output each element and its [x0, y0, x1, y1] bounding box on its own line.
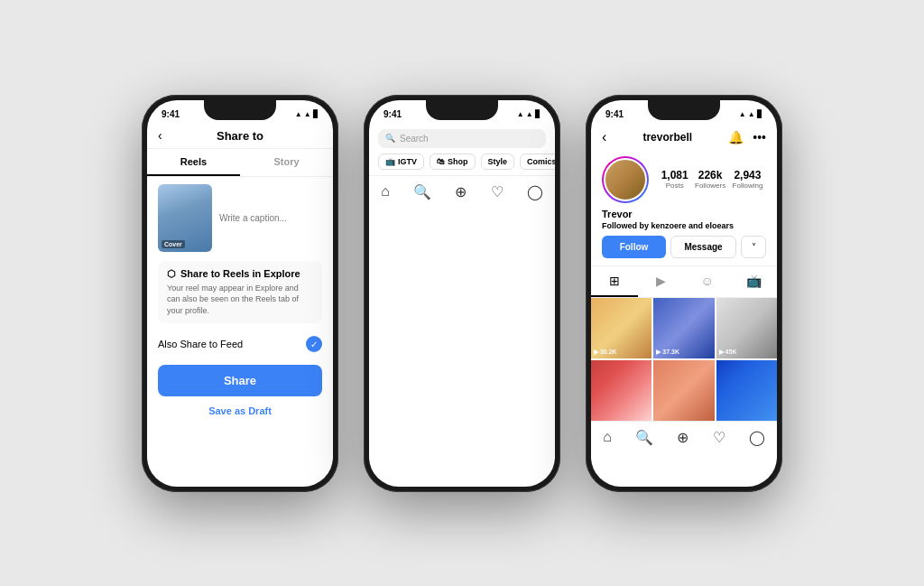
avatar-image: [604, 158, 647, 201]
home-nav-icon[interactable]: ⌂: [603, 429, 612, 446]
p3-header-icons: 🔔 •••: [728, 130, 766, 144]
p1-tabs: Reels Story: [147, 149, 333, 177]
status-icons-1: ▲ ▲ ▊: [295, 110, 319, 118]
status-time-1: 9:41: [162, 109, 180, 119]
category-shop-label: Shop: [448, 157, 468, 166]
home-icon[interactable]: ⌂: [381, 183, 390, 200]
grid-count-2: ▶ 37.3K: [656, 349, 679, 356]
share-feed-row[interactable]: Also Share to Feed ✓: [158, 330, 322, 358]
p3-stats: 1,081 Posts 226k Followers 2,943 Followi…: [658, 169, 766, 190]
phone-1: 9:41 ▲ ▲ ▊ ‹ Share to Reels Story Cover: [142, 95, 338, 492]
posts-stat: 1,081 Posts: [661, 169, 688, 190]
category-comics[interactable]: Comics: [520, 153, 555, 170]
igtv-tab[interactable]: 📺: [731, 266, 778, 297]
follow-button[interactable]: Follow: [602, 236, 666, 258]
notch-3: [648, 100, 720, 120]
grid-cell-1[interactable]: ▶ 30.2K: [591, 298, 651, 358]
share-explore-section: ⬡ Share to Reels in Explore Your reel ma…: [158, 261, 322, 324]
display-name: Trevor: [591, 209, 777, 221]
tab-story[interactable]: Story: [240, 149, 333, 176]
tab-reels[interactable]: Reels: [147, 149, 240, 176]
profile-icon[interactable]: ◯: [527, 183, 543, 200]
grid-cell-3[interactable]: ▶ 45K: [716, 298, 777, 358]
profile-nav-icon[interactable]: ◯: [749, 429, 765, 446]
profile-grid: ▶ 30.2K ▶ 37.3K ▶ 45K: [591, 298, 777, 422]
share-feed-label: Also Share to Feed: [158, 339, 243, 349]
grid-img-5: [653, 360, 714, 421]
avatar-ring: [602, 156, 649, 203]
following-count: 2,943: [733, 169, 763, 181]
search-nav-icon-3[interactable]: 🔍: [635, 429, 653, 446]
phone-1-screen: 9:41 ▲ ▲ ▊ ‹ Share to Reels Story Cover: [147, 100, 333, 487]
search-placeholder: Search: [400, 134, 429, 144]
category-igtv[interactable]: 📺 IGTV: [378, 153, 424, 170]
p3-bottom-nav: ⌂ 🔍 ⊕ ♡ ◯: [591, 421, 777, 455]
page-wrapper: 9:41 ▲ ▲ ▊ ‹ Share to Reels Story Cover: [0, 0, 924, 586]
heart-icon[interactable]: ♡: [491, 183, 504, 200]
p3-tab-icons: ⊞ ▶ ☺ 📺: [591, 265, 777, 298]
category-style[interactable]: Style: [481, 153, 515, 170]
share-button[interactable]: Share: [158, 365, 322, 396]
posts-label: Posts: [661, 181, 688, 190]
shop-icon: 🛍: [437, 157, 445, 166]
p1-header: ‹ Share to: [147, 126, 333, 149]
notch-1: [204, 100, 276, 120]
phone-2-screen: 9:41 ▲ ▲ ▊ 🔍 Search 📺 IGTV 🛍 Shop St: [369, 100, 555, 487]
back-arrow[interactable]: ‹: [158, 128, 162, 143]
tagged-tab[interactable]: ☺: [684, 266, 731, 297]
p3-back-icon[interactable]: ‹: [602, 129, 606, 145]
followers-count: 226k: [695, 169, 725, 181]
dropdown-button[interactable]: ˅: [741, 236, 766, 258]
grid-count-3: ▶ 45K: [719, 349, 737, 356]
p3-profile-section: 1,081 Posts 226k Followers 2,943 Followi…: [591, 151, 777, 209]
search-icon: 🔍: [385, 134, 395, 143]
p1-content: Cover ⬡ Share to Reels in Explore Your r…: [147, 177, 333, 428]
heart-nav-icon[interactable]: ♡: [713, 429, 725, 446]
grid-cell-5[interactable]: [653, 360, 714, 421]
status-time-3: 9:41: [605, 109, 624, 119]
grid-count-1: ▶ 30.2K: [594, 349, 617, 356]
save-draft-button[interactable]: Save as Draft: [158, 402, 322, 420]
p1-header-title: Share to: [217, 129, 263, 143]
grid-cell-6[interactable]: [716, 360, 777, 421]
more-icon[interactable]: •••: [753, 130, 766, 144]
followed-by-prefix: Followed by: [602, 221, 651, 230]
grid-img-6: [716, 360, 777, 421]
following-stat: 2,943 Following: [733, 169, 763, 190]
grid-tab[interactable]: ⊞: [591, 266, 638, 297]
category-igtv-label: IGTV: [398, 157, 417, 166]
category-comics-label: Comics: [527, 157, 555, 166]
share-feed-checkbox[interactable]: ✓: [306, 336, 322, 352]
reels-tab[interactable]: ▶: [638, 266, 685, 297]
p3-actions: Follow Message ˅: [591, 236, 777, 265]
p2-bottom-nav: ⌂ 🔍 ⊕ ♡ ◯: [369, 175, 555, 209]
status-icons-3: ▲ ▲ ▊: [739, 110, 762, 118]
phone-3-screen: 9:41 ▲ ▲ ▊ ‹ trevorbell 🔔 ••• 1,08: [591, 100, 777, 487]
caption-input[interactable]: [219, 184, 333, 252]
phone-3: 9:41 ▲ ▲ ▊ ‹ trevorbell 🔔 ••• 1,08: [586, 95, 782, 492]
followed-by: Followed by kenzoere and eloears: [591, 221, 777, 236]
grid-cell-2[interactable]: ▶ 37.3K: [653, 298, 714, 358]
following-label: Following: [733, 181, 763, 190]
bell-icon[interactable]: 🔔: [728, 130, 744, 144]
message-button[interactable]: Message: [670, 236, 736, 258]
add-nav-icon[interactable]: ⊕: [677, 429, 688, 446]
username: trevorbell: [642, 131, 692, 144]
status-icons-2: ▲ ▲ ▊: [517, 110, 541, 118]
section-title-text: Share to Reels in Explore: [180, 268, 300, 279]
category-shop[interactable]: 🛍 Shop: [430, 153, 476, 170]
igtv-icon: 📺: [385, 157, 395, 166]
cover-label: Cover: [162, 240, 185, 248]
category-style-label: Style: [488, 157, 508, 166]
notch-2: [426, 100, 498, 120]
phone-2: 9:41 ▲ ▲ ▊ 🔍 Search 📺 IGTV 🛍 Shop St: [364, 95, 560, 492]
p3-header: ‹ trevorbell 🔔 •••: [591, 126, 777, 151]
followed-by-users: kenzoere and eloears: [651, 221, 735, 230]
section-desc: Your reel may appear in Explore and can …: [167, 283, 313, 317]
grid-cell-4[interactable]: [591, 360, 651, 421]
search-bar[interactable]: 🔍 Search: [378, 129, 546, 148]
grid-img-4: [591, 360, 651, 421]
add-icon[interactable]: ⊕: [455, 183, 467, 200]
category-bar: 📺 IGTV 🛍 Shop Style Comics TV & Mov...: [369, 153, 555, 175]
search-nav-icon[interactable]: 🔍: [413, 183, 431, 200]
